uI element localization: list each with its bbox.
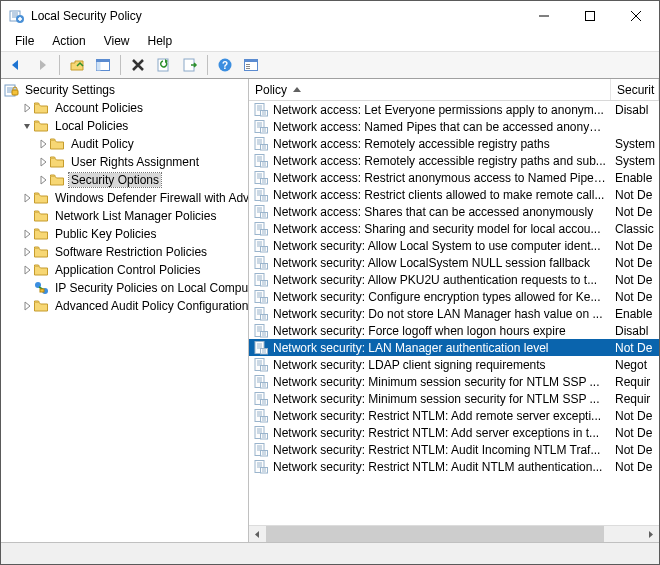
- export-button[interactable]: [179, 54, 201, 76]
- scroll-right-icon[interactable]: [642, 526, 659, 542]
- list-row[interactable]: Network security: Restrict NTLM: Add rem…: [249, 407, 659, 424]
- folder-icon: [33, 100, 49, 116]
- menu-file[interactable]: File: [7, 33, 42, 49]
- forward-button[interactable]: [31, 54, 53, 76]
- list-row[interactable]: Network security: Minimum session securi…: [249, 390, 659, 407]
- list-row[interactable]: Network security: Restrict NTLM: Add ser…: [249, 424, 659, 441]
- minimize-button[interactable]: [521, 1, 567, 31]
- expand-icon[interactable]: [37, 174, 49, 186]
- list-header: Policy Securit: [249, 79, 659, 101]
- horizontal-scrollbar[interactable]: [249, 525, 659, 542]
- svg-rect-37: [261, 229, 268, 235]
- expand-icon[interactable]: [37, 138, 49, 150]
- tree-root[interactable]: Security Settings: [1, 81, 249, 99]
- list-row[interactable]: Network access: Sharing and security mod…: [249, 220, 659, 237]
- list-row[interactable]: Network security: Allow LocalSystem NULL…: [249, 254, 659, 271]
- expand-icon[interactable]: [21, 228, 33, 240]
- svg-rect-14: [246, 64, 250, 65]
- tree-item[interactable]: Windows Defender Firewall with Adva: [1, 189, 249, 207]
- column-header-security-setting[interactable]: Securit: [611, 79, 659, 100]
- refresh-button[interactable]: [153, 54, 175, 76]
- collapse-icon[interactable]: [21, 120, 33, 132]
- list-row[interactable]: Network security: Allow Local System to …: [249, 237, 659, 254]
- expand-icon[interactable]: [21, 246, 33, 258]
- policy-item-icon: [253, 204, 269, 220]
- list-row[interactable]: Network security: Do not store LAN Manag…: [249, 305, 659, 322]
- expand-icon[interactable]: [37, 156, 49, 168]
- policy-item-icon: [253, 408, 269, 424]
- tree-item[interactable]: Account Policies: [1, 99, 249, 117]
- policy-item-icon: [253, 136, 269, 152]
- menu-view[interactable]: View: [96, 33, 138, 49]
- list-row[interactable]: Network access: Remotely accessible regi…: [249, 135, 659, 152]
- list-row[interactable]: Network security: Restrict NTLM: Audit N…: [249, 458, 659, 475]
- setting-cell: Not De: [615, 256, 659, 270]
- folder-icon: [49, 136, 65, 152]
- expand-icon[interactable]: [21, 300, 33, 312]
- policy-cell: Network access: Shares that can be acces…: [273, 205, 615, 219]
- delete-button[interactable]: [127, 54, 149, 76]
- tree-item-label: Software Restriction Policies: [55, 245, 207, 259]
- tree-item[interactable]: Security Options: [1, 171, 249, 189]
- list-row[interactable]: Network access: Shares that can be acces…: [249, 203, 659, 220]
- expand-icon[interactable]: [21, 192, 33, 204]
- list-row[interactable]: Network security: Configure encryption t…: [249, 288, 659, 305]
- list-row[interactable]: Network security: Force logoff when logo…: [249, 322, 659, 339]
- help-button[interactable]: ?: [214, 54, 236, 76]
- maximize-button[interactable]: [567, 1, 613, 31]
- policy-item-icon: [253, 238, 269, 254]
- policy-cell: Network security: Minimum session securi…: [273, 375, 615, 389]
- expand-icon[interactable]: [21, 264, 33, 276]
- scrollbar-thumb[interactable]: [266, 526, 604, 542]
- setting-cell: Not De: [615, 205, 659, 219]
- tree-item[interactable]: User Rights Assignment: [1, 153, 249, 171]
- list-row[interactable]: Network access: Let Everyone permissions…: [249, 101, 659, 118]
- tree-root-label: Security Settings: [25, 83, 115, 97]
- list-row[interactable]: Network access: Named Pipes that can be …: [249, 118, 659, 135]
- tree-item[interactable]: Network List Manager Policies: [1, 207, 249, 225]
- list-row[interactable]: Network access: Restrict anonymous acces…: [249, 169, 659, 186]
- list-row[interactable]: Network security: LAN Manager authentica…: [249, 339, 659, 356]
- tree-item[interactable]: Application Control Policies: [1, 261, 249, 279]
- menu-action[interactable]: Action: [44, 33, 93, 49]
- tree-item[interactable]: Software Restriction Policies: [1, 243, 249, 261]
- policy-cell: Network security: Do not store LAN Manag…: [273, 307, 615, 321]
- show-hide-tree-button[interactable]: [92, 54, 114, 76]
- tree-item[interactable]: IP Security Policies on Local Compute: [1, 279, 249, 297]
- svg-rect-4: [586, 12, 595, 21]
- folder-icon: [33, 208, 49, 224]
- svg-rect-33: [261, 195, 268, 201]
- list-row[interactable]: Network access: Remotely accessible regi…: [249, 152, 659, 169]
- expand-icon[interactable]: [21, 102, 33, 114]
- tree-item[interactable]: Advanced Audit Policy Configuration: [1, 297, 249, 315]
- menu-help[interactable]: Help: [140, 33, 181, 49]
- folder-icon: [33, 298, 49, 314]
- tree-item-label: Application Control Policies: [55, 263, 200, 277]
- list-body[interactable]: Network access: Let Everyone permissions…: [249, 101, 659, 525]
- policy-item-icon: [253, 289, 269, 305]
- window: Local Security Policy File Action View H…: [0, 0, 660, 565]
- back-button[interactable]: [5, 54, 27, 76]
- svg-rect-16: [246, 68, 250, 69]
- column-header-policy[interactable]: Policy: [249, 79, 611, 100]
- up-button[interactable]: [66, 54, 88, 76]
- folder-icon: [33, 244, 49, 260]
- tree-item[interactable]: Public Key Policies: [1, 225, 249, 243]
- close-button[interactable]: [613, 1, 659, 31]
- expand-placeholder: [21, 282, 33, 294]
- scroll-left-icon[interactable]: [249, 526, 266, 542]
- list-row[interactable]: Network access: Restrict clients allowed…: [249, 186, 659, 203]
- svg-rect-6: [97, 60, 110, 63]
- svg-rect-13: [245, 60, 258, 63]
- tree-item[interactable]: Audit Policy: [1, 135, 249, 153]
- tree-item[interactable]: Local Policies: [1, 117, 249, 135]
- properties-button[interactable]: [240, 54, 262, 76]
- list-row[interactable]: Network security: Minimum session securi…: [249, 373, 659, 390]
- tree-item-label: Security Options: [71, 173, 159, 187]
- setting-cell: Not De: [615, 409, 659, 423]
- policy-item-icon: [253, 221, 269, 237]
- list-row[interactable]: Network security: Allow PKU2U authentica…: [249, 271, 659, 288]
- list-row[interactable]: Network security: LDAP client signing re…: [249, 356, 659, 373]
- tree-pane[interactable]: Security Settings Account PoliciesLocal …: [1, 79, 249, 542]
- list-row[interactable]: Network security: Restrict NTLM: Audit I…: [249, 441, 659, 458]
